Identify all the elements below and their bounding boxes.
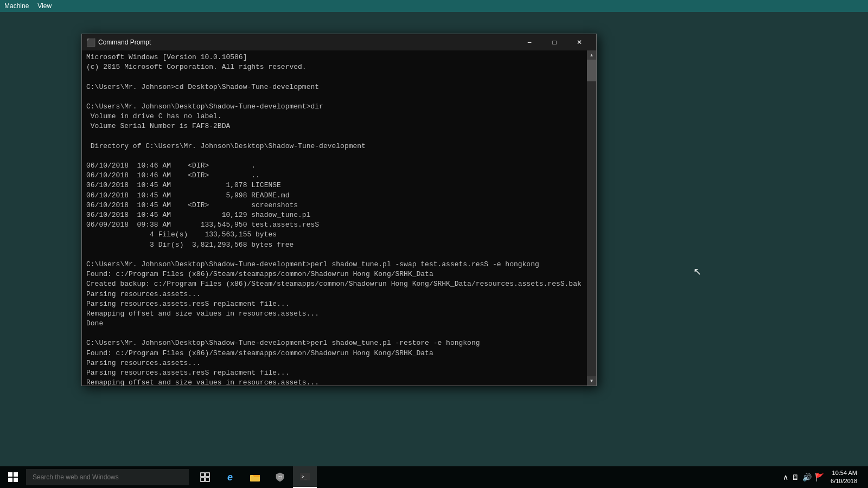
svg-rect-12 [14,478,18,482]
sys-tray: ∧ 🖥 🔊 🚩 [783,473,824,481]
clock-date: 6/10/2018 [831,477,857,485]
taskbar-edge[interactable]: e [218,466,242,488]
cmd-body: Microsoft Windows [Version 10.0.10586] (… [82,50,596,386]
svg-rect-16 [206,478,209,481]
taskbar-icons: e 🛡 >_ [193,466,317,488]
clock-time: 10:54 AM [831,469,857,477]
minimize-button[interactable]: – [517,34,542,50]
taskbar-cmd[interactable]: >_ [293,466,317,488]
close-button[interactable]: ✕ [567,34,592,50]
cmd-scrollbar[interactable]: ▲ ▼ [587,50,596,386]
svg-rect-9 [8,472,12,477]
svg-rect-10 [14,472,18,477]
desktop: ♻ Recycle Bin HxD HxD [0,12,868,466]
svg-text:🛡: 🛡 [278,475,283,480]
flag-icon[interactable]: 🚩 [815,473,824,481]
scroll-up[interactable]: ▲ [587,50,596,60]
maximize-button[interactable]: □ [542,34,567,50]
taskbar-explorer[interactable] [243,466,267,488]
window-controls: – □ ✕ [517,34,592,50]
cmd-content[interactable]: Microsoft Windows [Version 10.0.10586] (… [82,50,587,386]
show-hidden-icons[interactable]: ∧ [783,473,788,481]
menu-view[interactable]: View [37,2,52,10]
start-button[interactable] [2,466,24,488]
svg-rect-11 [8,478,12,482]
taskbar-clock[interactable]: 10:54 AM 6/10/2018 [826,469,861,486]
svg-rect-14 [206,473,209,477]
taskbar: e 🛡 >_ ∧ 🖥 🔊 🚩 10 [0,466,868,488]
taskbar-right: ∧ 🖥 🔊 🚩 10:54 AM 6/10/2018 [783,469,866,486]
scroll-thumb[interactable] [587,60,596,81]
svg-rect-15 [201,478,205,481]
search-input[interactable] [26,469,189,485]
svg-text:>_: >_ [302,474,307,479]
volume-icon[interactable]: 🔊 [802,473,812,481]
scroll-down[interactable]: ▼ [587,376,596,386]
taskbar-task-view[interactable] [193,466,217,488]
cmd-window-icon: ⬛ [86,38,95,47]
cmd-titlebar: ⬛ Command Prompt – □ ✕ [82,34,596,50]
network-icon[interactable]: 🖥 [792,473,799,481]
cmd-output: Microsoft Windows [Version 10.0.10586] (… [86,53,583,386]
menu-machine[interactable]: Machine [4,2,29,10]
menu-bar: Machine View [0,0,868,12]
svg-rect-13 [201,473,205,477]
mouse-cursor: ↖ [693,266,701,278]
cmd-window-title: Command Prompt [98,38,517,46]
taskbar-security[interactable]: 🛡 [268,466,292,488]
cmd-window: ⬛ Command Prompt – □ ✕ Microsoft Windows… [81,34,597,386]
